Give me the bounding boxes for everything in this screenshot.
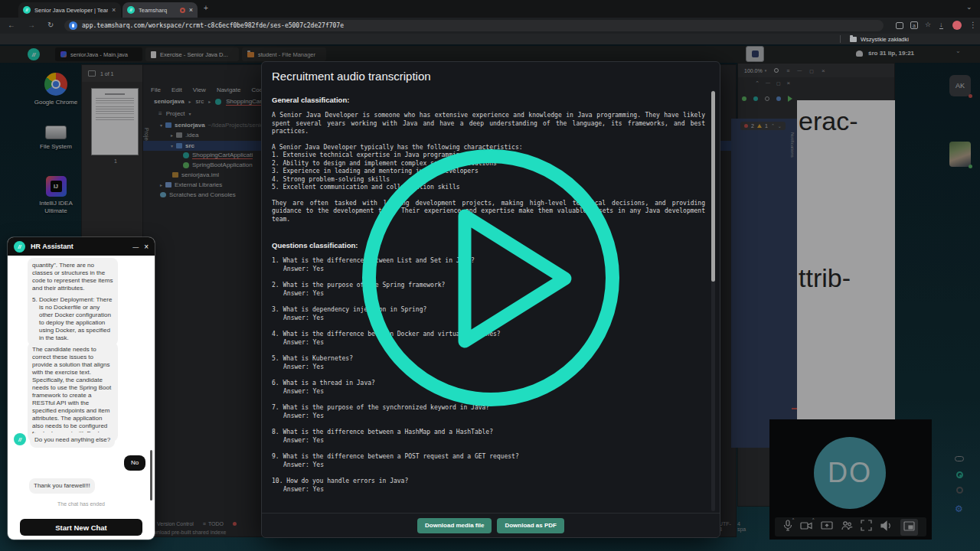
all-bookmarks-button[interactable]: Wszystkie zakładki: [850, 36, 909, 43]
play-icon[interactable]: [788, 96, 792, 102]
tree-item[interactable]: Scratches and Consoles: [160, 191, 236, 198]
breadcrumb-src[interactable]: src: [196, 98, 204, 105]
prev-error-icon: [771, 123, 775, 129]
assistant-message: Do you need anything else?: [30, 432, 115, 448]
downloads-icon[interactable]: [939, 21, 943, 29]
taskbar-window-exercise[interactable]: Exercise - Senior Java D...: [145, 47, 239, 61]
tree-item[interactable]: seniorjava.iml: [172, 171, 219, 178]
close-icon[interactable]: [822, 67, 825, 74]
tree-item[interactable]: seniorjava ~/IdeaProjects/senior: [160, 122, 266, 129]
chat-scrollbar-thumb[interactable]: [150, 450, 152, 500]
mic-button[interactable]: ^: [783, 520, 792, 535]
build-icon[interactable]: [753, 96, 758, 101]
minimize-icon[interactable]: [132, 243, 139, 250]
pip-button[interactable]: [900, 519, 918, 536]
maximize-icon[interactable]: [776, 80, 781, 86]
stop-icon[interactable]: [956, 487, 963, 494]
link-icon[interactable]: [955, 456, 964, 461]
run-icon[interactable]: [742, 96, 746, 101]
menu-edit[interactable]: Edit: [172, 86, 182, 93]
search-icon[interactable]: [774, 68, 779, 73]
forward-icon[interactable]: [28, 21, 35, 29]
new-tab-icon[interactable]: [204, 4, 208, 12]
desktop-icon-filesystem[interactable]: File System: [32, 126, 80, 151]
mini-preview-window[interactable]: [746, 46, 764, 62]
document-icon: [151, 51, 156, 58]
menu-view[interactable]: View: [193, 86, 206, 93]
site-favicon: //: [127, 6, 135, 14]
browser-menu-icon[interactable]: [969, 21, 977, 29]
desktop-icon-intellij[interactable]: IJ IntelliJ IDEA Ultimate: [32, 176, 80, 215]
all-bookmarks-label: Wszystkie zakładki: [861, 36, 909, 43]
desktop-icon-chrome[interactable]: Google Chrome: [32, 73, 80, 106]
settings-gear-icon[interactable]: [955, 504, 963, 514]
debug-icon[interactable]: [776, 96, 781, 101]
statusbar-todo[interactable]: TODO: [203, 521, 224, 527]
participant-avatar-photo[interactable]: [949, 142, 971, 167]
search-icon[interactable]: [765, 96, 769, 101]
bookmark-star-icon[interactable]: [925, 21, 931, 28]
minimize-icon[interactable]: [766, 80, 770, 85]
record-icon[interactable]: [956, 471, 963, 478]
tree-item[interactable]: External Libraries: [160, 181, 222, 188]
url-bar[interactable]: app.teamsharq.com/workspace/rcrmt-c8c6ec…: [64, 20, 884, 31]
thumbnails-icon[interactable]: [88, 70, 96, 77]
statusbar-encoding[interactable]: UTF-8: [719, 521, 731, 532]
hr-assistant-logo-icon: //: [14, 241, 25, 253]
screen-share-button[interactable]: [821, 520, 833, 535]
desktop-icon-label: IntelliJ IDEA Ultimate: [32, 200, 80, 215]
project-tool-title[interactable]: Project: [166, 110, 185, 117]
close-icon[interactable]: [787, 80, 791, 86]
warning-icon: [757, 124, 762, 128]
back-icon[interactable]: [8, 21, 15, 29]
download-pdf-button[interactable]: Download as PDF: [497, 518, 564, 533]
chevron-down-icon[interactable]: [956, 47, 961, 54]
chevron-down-icon[interactable]: [189, 111, 191, 116]
notifications-tab[interactable]: Notifications: [790, 132, 795, 158]
minimize-icon[interactable]: [797, 68, 802, 73]
participant-avatar-ak[interactable]: AK: [949, 75, 971, 96]
start-new-chat-button[interactable]: Start New Chat: [20, 519, 142, 536]
editor-toolbar-icons: [742, 96, 792, 102]
camera-button[interactable]: ^: [800, 520, 812, 535]
menu-icon[interactable]: [786, 68, 789, 73]
breadcrumb-project[interactable]: seniorjava: [154, 98, 185, 105]
error-widget[interactable]: 2 1: [740, 122, 786, 130]
statusbar-version-control[interactable]: Version Control: [151, 521, 194, 527]
translate-icon[interactable]: a: [910, 21, 918, 29]
taskbar-window-filemanager[interactable]: student - File Manager: [242, 47, 326, 61]
side-panel-icon[interactable]: [896, 22, 903, 29]
close-tab-icon[interactable]: [112, 6, 116, 14]
profile-avatar[interactable]: [952, 21, 962, 30]
fullscreen-button[interactable]: [861, 520, 872, 534]
pdf-toolbar: 100.0%: [738, 64, 894, 77]
menu-navigate[interactable]: Navigate: [217, 86, 241, 93]
folder-icon: [850, 37, 857, 42]
participants-button[interactable]: [841, 520, 853, 535]
page-thumbnail[interactable]: [91, 88, 139, 155]
reload-icon[interactable]: [47, 21, 54, 29]
speaker-button[interactable]: [880, 520, 893, 534]
collapse-icon[interactable]: [755, 80, 760, 86]
mic-permission-icon[interactable]: [69, 21, 77, 30]
notification-bell-icon[interactable]: [856, 51, 863, 57]
modal-scrollbar-thumb[interactable]: [711, 91, 715, 282]
maximize-icon[interactable]: [809, 68, 814, 73]
close-tab-icon[interactable]: [189, 6, 193, 14]
call-controls-bar: ^ ^: [775, 517, 926, 536]
play-overlay-icon[interactable]: [362, 149, 619, 406]
browser-tab-2-active[interactable]: // Teamsharq: [122, 2, 198, 18]
statusbar-indent[interactable]: 4 spa: [737, 521, 746, 532]
site-favicon: //: [23, 6, 31, 14]
taskbar-window-intellij[interactable]: seniorJava - Main.java: [55, 47, 142, 61]
zoom-level[interactable]: 100.0%: [744, 68, 766, 73]
tree-item[interactable]: .idea: [171, 132, 198, 139]
download-media-button[interactable]: Download media file: [417, 518, 492, 533]
menu-file[interactable]: File: [151, 86, 161, 93]
close-icon[interactable]: [144, 243, 149, 251]
browser-tab-1[interactable]: // Senior Java Developer | Team: [18, 2, 121, 18]
tab-list-chevron-icon[interactable]: [966, 3, 972, 11]
tree-item[interactable]: ShoppingCartApplicati: [183, 152, 253, 159]
tab-title: Teamsharq: [139, 7, 176, 14]
tree-item[interactable]: SpringBootApplication: [183, 161, 253, 168]
